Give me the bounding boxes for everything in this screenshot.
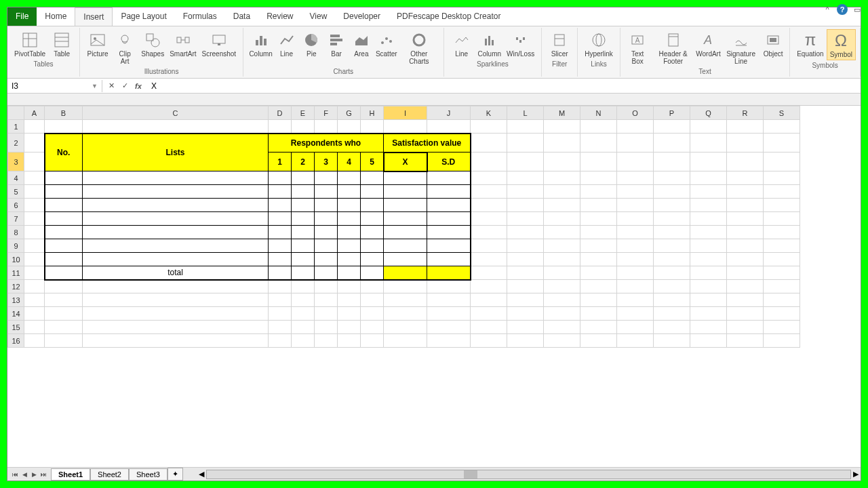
- col-header[interactable]: L: [507, 106, 544, 120]
- row-header[interactable]: 9: [8, 239, 24, 253]
- sheet-nav-prev-icon[interactable]: ◀: [20, 471, 29, 478]
- area-chart-button[interactable]: Area: [349, 29, 374, 66]
- slicer-button[interactable]: Slicer: [546, 29, 573, 59]
- column-chart-button[interactable]: Column: [248, 29, 274, 66]
- col-header[interactable]: R: [727, 106, 764, 120]
- col-header[interactable]: C: [83, 106, 269, 120]
- signature-button[interactable]: Signature Line: [721, 29, 761, 66]
- cell-no-header[interactable]: No.: [45, 134, 83, 171]
- col-header[interactable]: G: [338, 106, 361, 120]
- new-sheet-button[interactable]: ✦: [167, 468, 183, 481]
- equation-button[interactable]: πEquation: [794, 29, 826, 60]
- tab-file[interactable]: File: [7, 7, 37, 26]
- col-header[interactable]: P: [654, 106, 690, 120]
- col-header[interactable]: E: [292, 106, 315, 120]
- fx-icon[interactable]: fx: [132, 80, 144, 92]
- tab-data[interactable]: Data: [225, 7, 258, 26]
- col-header[interactable]: I: [384, 106, 427, 120]
- sparkline-line-button[interactable]: Line: [448, 29, 475, 59]
- col-header[interactable]: Q: [690, 106, 727, 120]
- clipart-button[interactable]: Clip Art: [111, 29, 138, 66]
- col-header[interactable]: A: [24, 106, 45, 120]
- cancel-icon[interactable]: ✕: [105, 80, 117, 92]
- hyperlink-button[interactable]: Hyperlink: [582, 29, 616, 59]
- sheet-nav-first-icon[interactable]: ⏮: [10, 471, 20, 478]
- row-header[interactable]: 8: [8, 226, 24, 239]
- col-header[interactable]: D: [269, 106, 292, 120]
- sheet-nav-next-icon[interactable]: ▶: [29, 471, 39, 478]
- tab-review[interactable]: Review: [258, 7, 301, 26]
- sparkline-winloss-button[interactable]: Win/Loss: [504, 29, 537, 59]
- row-header[interactable]: 6: [8, 199, 24, 212]
- row-header[interactable]: 10: [8, 253, 24, 266]
- col-header[interactable]: B: [45, 106, 83, 120]
- smartart-button[interactable]: SmartArt: [167, 29, 199, 66]
- bar-chart-button[interactable]: Bar: [324, 29, 349, 66]
- screenshot-button[interactable]: Screenshot: [199, 29, 239, 66]
- enter-icon[interactable]: ✓: [119, 80, 131, 92]
- cell-satisfaction-header[interactable]: Satisfaction value: [384, 134, 471, 152]
- cell-r5[interactable]: 5: [361, 152, 384, 171]
- row-header[interactable]: 11: [8, 266, 24, 280]
- row-header[interactable]: 12: [8, 280, 24, 293]
- cell-x-active[interactable]: X: [384, 152, 427, 171]
- col-header[interactable]: K: [471, 106, 507, 120]
- sparkline-column-button[interactable]: Column: [475, 29, 504, 59]
- row-header[interactable]: 3: [8, 152, 24, 171]
- col-header[interactable]: N: [580, 106, 617, 120]
- cell-r2[interactable]: 2: [292, 152, 315, 171]
- col-header[interactable]: O: [617, 106, 654, 120]
- symbol-button[interactable]: ΩSymbol: [827, 29, 856, 60]
- sheet-nav-last-icon[interactable]: ⏭: [39, 471, 48, 478]
- picture-button[interactable]: Picture: [84, 29, 111, 66]
- name-box[interactable]: ▼: [7, 80, 102, 92]
- select-all-corner[interactable]: [8, 106, 24, 120]
- cell-r3[interactable]: 3: [315, 152, 338, 171]
- row-header[interactable]: 7: [8, 212, 24, 226]
- object-button[interactable]: Object: [761, 29, 785, 66]
- wordart-button[interactable]: AWordArt: [696, 29, 721, 66]
- row-header[interactable]: 4: [8, 171, 24, 185]
- sheet-tab-2[interactable]: Sheet2: [90, 468, 129, 481]
- tab-view[interactable]: View: [302, 7, 336, 26]
- tab-pdfescape[interactable]: PDFescape Desktop Creator: [389, 7, 509, 26]
- tab-page-layout[interactable]: Page Layout: [113, 7, 174, 26]
- tab-insert[interactable]: Insert: [75, 7, 113, 26]
- row-header[interactable]: 16: [8, 334, 24, 348]
- row-header[interactable]: 1: [8, 120, 24, 134]
- minimize-ribbon-icon[interactable]: ^: [822, 4, 833, 15]
- formula-input-wrap[interactable]: [147, 80, 861, 92]
- cell-sd[interactable]: S.D: [427, 152, 471, 171]
- cell-r4[interactable]: 4: [338, 152, 361, 171]
- horizontal-scrollbar[interactable]: ◀ ▶: [197, 470, 861, 479]
- cell-lists-header[interactable]: Lists: [83, 134, 269, 171]
- row-header[interactable]: 15: [8, 321, 24, 334]
- cell-respondents-header[interactable]: Respondents who: [269, 134, 384, 152]
- tab-formulas[interactable]: Formulas: [175, 7, 225, 26]
- sheet-tab-1[interactable]: Sheet1: [51, 468, 90, 481]
- window-icon[interactable]: ▭: [852, 4, 863, 15]
- col-header[interactable]: H: [361, 106, 384, 120]
- row-header[interactable]: 14: [8, 307, 24, 321]
- help-icon[interactable]: ?: [837, 4, 848, 15]
- tab-developer[interactable]: Developer: [335, 7, 389, 26]
- row-header[interactable]: 2: [8, 134, 24, 152]
- header-footer-button[interactable]: Header & Footer: [650, 29, 696, 66]
- table-button[interactable]: Table: [48, 29, 75, 59]
- scatter-chart-button[interactable]: Scatter: [374, 29, 399, 66]
- pivottable-button[interactable]: PivotTable: [12, 29, 48, 59]
- row-header[interactable]: 5: [8, 185, 24, 199]
- textbox-button[interactable]: AText Box: [625, 29, 650, 66]
- col-header[interactable]: S: [764, 106, 800, 120]
- pie-chart-button[interactable]: Pie: [299, 29, 324, 66]
- shapes-button[interactable]: Shapes: [138, 29, 167, 66]
- cell-r1[interactable]: 1: [269, 152, 292, 171]
- line-chart-button[interactable]: Line: [274, 29, 299, 66]
- cell-total[interactable]: total: [83, 266, 269, 280]
- name-box-input[interactable]: [12, 81, 92, 91]
- row-header[interactable]: 13: [8, 293, 24, 307]
- worksheet-grid[interactable]: A B C D E F G H I J K L M N O P Q R S 1: [7, 106, 861, 467]
- formula-input[interactable]: [151, 81, 856, 91]
- col-header[interactable]: J: [427, 106, 471, 120]
- sheet-tab-3[interactable]: Sheet3: [129, 468, 167, 481]
